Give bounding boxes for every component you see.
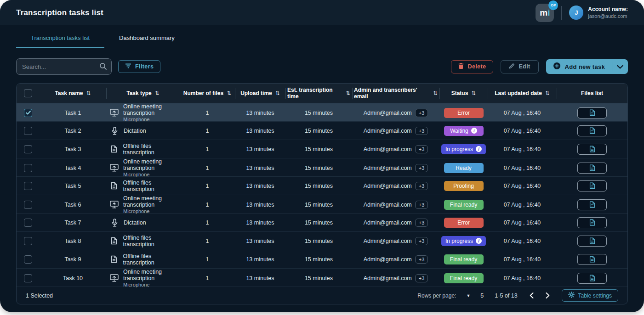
rows-per-page-dropdown[interactable]: ▼ xyxy=(466,293,470,298)
sort-icon[interactable]: ⇅ xyxy=(275,90,280,96)
info-icon[interactable]: i xyxy=(476,146,482,152)
edit-button[interactable]: Edit xyxy=(501,60,538,73)
column-header-task-name[interactable]: Task name⇅ xyxy=(40,84,106,103)
column-header-admin-email[interactable]: Admin and transcribers' email⇅ xyxy=(352,84,439,103)
email-more-badge[interactable]: +3 xyxy=(415,127,428,135)
header-divider xyxy=(561,6,562,20)
search-icon[interactable] xyxy=(99,62,107,72)
column-header-task-type[interactable]: Task type⇅ xyxy=(106,84,180,103)
info-icon[interactable]: i xyxy=(471,128,477,134)
column-header-number-of-files[interactable]: Number of files⇅ xyxy=(180,84,235,103)
est-transcription-time: 15 minutes xyxy=(285,140,352,158)
status-label: Ready xyxy=(456,165,472,171)
task-name: Task 1 xyxy=(40,103,106,122)
row-checkbox[interactable] xyxy=(24,201,32,209)
add-new-task-button[interactable]: Add new task xyxy=(546,59,628,74)
table-row[interactable]: Task 8 Offline files transcription 1 13 … xyxy=(17,231,627,250)
admin-email: Admin@gmail.com xyxy=(364,146,412,152)
task-type-cell: Offline files transcription xyxy=(106,140,180,158)
status-badge: Final ready i xyxy=(444,273,484,283)
selected-count: 1 Selected xyxy=(26,292,53,299)
info-icon[interactable]: i xyxy=(476,238,482,244)
logo-letter-m: m xyxy=(540,8,547,18)
table-row[interactable]: Task 6 Online meeting transcription Micr… xyxy=(17,195,627,213)
filter-icon xyxy=(125,63,131,70)
sort-icon[interactable]: ⇅ xyxy=(86,90,91,96)
column-header-upload-time[interactable]: Upload time⇅ xyxy=(235,84,285,103)
status-badge: Proofing i xyxy=(444,181,484,191)
sort-icon[interactable]: ⇅ xyxy=(346,90,350,96)
row-checkbox[interactable] xyxy=(24,219,32,227)
column-header-last-updated-date[interactable]: Last updated date⇅ xyxy=(488,84,557,103)
files-list-button[interactable] xyxy=(577,199,607,210)
email-more-badge[interactable]: +3 xyxy=(415,145,428,153)
filters-button[interactable]: Filters xyxy=(118,60,160,73)
files-list-button[interactable] xyxy=(577,236,607,247)
table-row[interactable]: Task 2 Dictation 1 13 minutes 15 minutes… xyxy=(17,121,627,140)
email-more-badge[interactable]: +3 xyxy=(415,109,428,117)
column-header-est-transcription-time[interactable]: Est. transcription time⇅ xyxy=(285,84,352,103)
sort-icon[interactable]: ⇅ xyxy=(155,90,160,96)
email-more-badge[interactable]: +3 xyxy=(415,255,428,264)
files-list-button[interactable] xyxy=(577,163,607,174)
account-menu[interactable]: J Account name: jason@audc.com xyxy=(569,6,628,20)
sort-icon[interactable]: ⇅ xyxy=(545,90,550,96)
next-page-button[interactable] xyxy=(546,292,550,298)
table-row[interactable]: Task 5 Offline files transcription 1 13 … xyxy=(17,176,627,195)
files-list-button[interactable] xyxy=(577,107,607,118)
delete-button[interactable]: Delete xyxy=(451,60,493,73)
row-checkbox[interactable] xyxy=(24,127,32,135)
task-name: Task 3 xyxy=(40,140,106,158)
document-icon xyxy=(111,237,117,245)
screen-share-icon xyxy=(110,274,119,282)
table-row[interactable]: Task 4 Online meeting transcription Micr… xyxy=(17,158,627,176)
task-type-label: Offline files transcription xyxy=(123,253,180,266)
est-transcription-time: 15 minutes xyxy=(285,195,352,214)
table-row[interactable]: Task 9 Offline files transcription 1 13 … xyxy=(17,250,627,268)
trash-icon xyxy=(458,63,464,71)
chevron-down-icon[interactable] xyxy=(612,59,628,74)
email-more-badge[interactable]: +3 xyxy=(415,237,428,245)
files-list-button[interactable] xyxy=(577,217,607,228)
files-list-button[interactable] xyxy=(577,180,607,191)
email-more-badge[interactable]: +3 xyxy=(415,201,428,209)
table-row[interactable]: Task 7 Dictation 1 13 minutes 15 minutes… xyxy=(17,213,627,231)
search-input[interactable] xyxy=(16,58,112,75)
sort-icon[interactable]: ⇅ xyxy=(433,90,438,96)
email-more-badge[interactable]: +3 xyxy=(415,182,428,190)
previous-page-button[interactable] xyxy=(530,292,534,298)
rows-per-page-value: 5 xyxy=(480,292,484,299)
table-row[interactable]: Task 1 Online meeting transcription Micr… xyxy=(17,103,627,121)
files-list-button[interactable] xyxy=(577,125,607,136)
table-row[interactable]: Task 3 Offline files transcription 1 13 … xyxy=(17,140,627,158)
avatar[interactable]: J xyxy=(569,6,583,20)
account-name-label: Account name: xyxy=(588,6,628,13)
number-of-files: 1 xyxy=(180,269,235,287)
table-footer: 1 Selected Rows per page: ▼ 5 1-5 of 13 … xyxy=(17,287,627,304)
sort-icon[interactable]: ⇅ xyxy=(227,90,231,96)
tab-dashboard-summary[interactable]: Dashboard summary xyxy=(104,28,189,48)
files-list-button[interactable] xyxy=(577,144,607,155)
email-more-badge[interactable]: +3 xyxy=(415,274,428,282)
task-type-label: Offline files transcription xyxy=(123,235,180,248)
status-badge: Error i xyxy=(444,218,484,228)
row-checkbox[interactable] xyxy=(24,237,32,245)
row-checkbox[interactable] xyxy=(24,109,32,117)
email-more-badge[interactable]: +3 xyxy=(415,164,428,172)
table-row[interactable]: Task 10 Online meeting transcription Mic… xyxy=(17,268,627,287)
sort-icon[interactable]: ⇅ xyxy=(471,90,476,96)
row-checkbox[interactable] xyxy=(24,274,32,282)
row-checkbox[interactable] xyxy=(24,164,32,172)
tab-transcription-tasks-list[interactable]: Transcription tasks list xyxy=(16,28,104,48)
email-more-badge[interactable]: +3 xyxy=(415,219,428,227)
row-checkbox[interactable] xyxy=(24,182,32,190)
table-settings-button[interactable]: Table settings xyxy=(562,289,618,302)
select-all-checkbox[interactable] xyxy=(24,89,32,97)
upload-time: 13 minutes xyxy=(235,158,285,177)
row-checkbox[interactable] xyxy=(24,255,32,264)
files-list-button[interactable] xyxy=(577,254,607,265)
row-checkbox[interactable] xyxy=(24,145,32,153)
delete-label: Delete xyxy=(467,63,486,70)
column-header-status[interactable]: Status⇅ xyxy=(439,84,488,103)
files-list-button[interactable] xyxy=(577,273,607,284)
